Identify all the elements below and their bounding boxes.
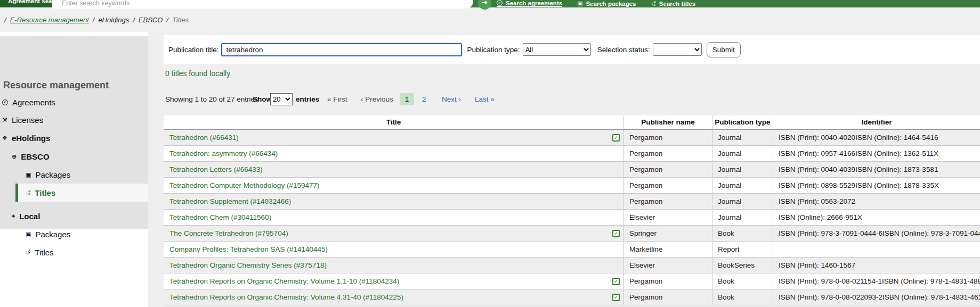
tab-search-titles[interactable]: ↓AZSearch titles [651, 0, 696, 7]
title-link[interactable]: Tetrahedron Reports on Organic Chemistry… [169, 277, 399, 285]
publication-type-cell: Report [712, 242, 773, 257]
tab-search-packages[interactable]: ▣Search packages [577, 0, 636, 7]
sidebar-item-local[interactable]: ⌖Local [0, 207, 148, 225]
breadcrumb-item-eholdings[interactable]: eHoldings [98, 16, 129, 24]
agreements-check-icon: ✓ [2, 99, 8, 105]
last-page-button[interactable]: Last » [475, 94, 495, 105]
first-page-button[interactable]: « First [327, 94, 347, 105]
package-icon: ▣ [26, 172, 31, 178]
tab-search-agreements[interactable]: ✓Search agreements [497, 0, 562, 7]
title-link[interactable]: Tetrahedron Chem (#30411560) [169, 213, 271, 221]
sort-letter-z: Z [28, 252, 30, 255]
selection-status-select[interactable] [653, 43, 702, 56]
next-page-button[interactable]: Next › [442, 94, 461, 105]
title-link[interactable]: Tetrahedron Supplement (#14032466) [169, 197, 291, 205]
publication-type-cell: Journal [712, 130, 773, 145]
identifier-cell [773, 242, 980, 257]
title-link[interactable]: Tetrahedron: asymmetry (#66434) [169, 150, 278, 157]
breadcrumb-separator: / [4, 16, 6, 24]
publication-title-input[interactable] [221, 43, 462, 56]
sidebar-item-licenses[interactable]: ⚒Licenses [0, 111, 148, 129]
identifier-cell: ISBN (Print): 0040-4020ISBN (Online): 14… [773, 130, 980, 145]
publisher-cell: Pergamon [624, 194, 712, 209]
sidebar-item-titles-5[interactable]: ↓AZTitles [15, 184, 148, 202]
publisher-cell: Pergamon [624, 162, 712, 177]
publication-title-label: Publication title: [168, 46, 219, 54]
sidebar-item-label: eHoldings [12, 134, 51, 143]
sidebar-item-agreements[interactable]: ✓Agreements [0, 93, 148, 111]
sort-letters: AZ [28, 250, 30, 255]
sort-letter-z: Z [28, 193, 30, 195]
title-link[interactable]: Tetrahedron Organic Chemistry Series (#3… [169, 261, 327, 269]
title-cell: Tetrahedron (#66431)✓ [164, 130, 624, 145]
sidebar-item-label: Packages [35, 230, 70, 239]
title-cell: Tetrahedron Supplement (#14032466) [164, 194, 624, 209]
sidebar-item-eholdings[interactable]: ❖eHoldings [0, 129, 148, 147]
breadcrumb-item-titles: Titles [172, 16, 189, 24]
local-results-message: 0 titles found locally [165, 69, 230, 78]
page-size-select[interactable]: 20 [270, 93, 293, 105]
title-cell: The Concrete Tetrahedron (#795704)✓ [164, 226, 624, 241]
title-cell: Tetrahedron Computer Methodology (#15947… [164, 178, 624, 193]
sort-titles-icon: ↓AZ [651, 1, 656, 6]
column-header-title[interactable]: Title [164, 115, 624, 129]
column-header-publisher-name[interactable]: Publisher name [624, 115, 712, 129]
title-cell: Tetrahedron Reports on Organic Chemistry… [164, 289, 624, 305]
title-link[interactable]: Tetrahedron (#66431) [169, 134, 239, 142]
sort-letters: AZ [28, 190, 30, 195]
publisher-cell: Marketline [624, 242, 712, 257]
column-header-identifier[interactable]: Identifier [773, 115, 980, 129]
sidebar-item-packages-4[interactable]: ▣Packages [0, 165, 148, 184]
top-tab-label: Search packages [586, 1, 636, 7]
breadcrumb-separator: / [93, 16, 95, 24]
publication-type-cell: Book [712, 226, 773, 241]
page-2-button[interactable]: 2 [422, 94, 426, 105]
title-link[interactable]: The Concrete Tetrahedron (#795704) [169, 229, 288, 237]
identifier-cell: ISBN (Print): 0563-2072 [773, 194, 980, 209]
publication-type-cell: Journal [712, 162, 773, 177]
breadcrumb-item-ebsco[interactable]: EBSCO [139, 16, 163, 24]
title-cell: Tetrahedron Organic Chemistry Series (#3… [164, 258, 624, 273]
sort-letter-z: Z [654, 4, 656, 6]
current-page-indicator[interactable]: 1 [400, 93, 414, 105]
titles-filter-panel: Publication title: Publication type: All… [164, 35, 980, 64]
publication-type-select[interactable]: All [523, 43, 591, 56]
keyword-search-input[interactable] [52, 0, 473, 9]
title-cell: Tetrahedron: asymmetry (#66434) [164, 146, 624, 161]
selected-checkbox-icon[interactable]: ✓ [612, 230, 620, 237]
sidebar-item-label: EBSCO [21, 152, 49, 161]
publication-type-cell: Journal [712, 210, 773, 225]
table-row: The Concrete Tetrahedron (#795704)✓Sprin… [164, 226, 980, 242]
title-link[interactable]: Company Profiles: Tetrahedron SAS (#1414… [169, 245, 328, 253]
publication-type-cell: Book [712, 289, 773, 305]
selected-checkbox-icon[interactable]: ✓ [612, 134, 620, 142]
publication-type-label: Publication type: [467, 46, 520, 54]
show-label: Show [253, 94, 272, 105]
globe-icon: ⊕ [12, 154, 17, 160]
sidebar-item-label: Local [19, 212, 40, 221]
column-header-publication-type[interactable]: Publication type [712, 115, 773, 129]
publication-type-cell: Journal [712, 178, 773, 193]
selected-checkbox-icon[interactable]: ✓ [612, 278, 620, 285]
identifier-cell: ISBN (Print): 0898-5529ISBN (Online): 18… [773, 178, 980, 193]
resource-management-sidebar: Resource management ✓Agreements⚒Licenses… [0, 36, 148, 229]
table-row: Company Profiles: Tetrahedron SAS (#1414… [164, 242, 980, 258]
identifier-cell: ISBN (Print): 978-3-7091-0444-6ISBN (Onl… [773, 226, 980, 241]
title-link[interactable]: Tetrahedron Computer Methodology (#15947… [169, 181, 319, 189]
title-link[interactable]: Tetrahedron Letters (#66433) [169, 165, 263, 173]
table-row: Tetrahedron Reports on Organic Chemistry… [164, 289, 980, 305]
table-row: Tetrahedron Reports on Organic Chemistry… [164, 273, 980, 289]
identifier-cell: ISBN (Print): 0957-4166ISBN (Online): 13… [773, 146, 980, 161]
sidebar-item-packages-7[interactable]: ▣Packages [0, 225, 148, 243]
titles-results-table: TitlePublisher namePublication typeIdent… [164, 115, 980, 305]
previous-page-button[interactable]: ‹ Previous [361, 94, 393, 105]
sort-az-icon: ↓AZ [26, 190, 30, 195]
sidebar-item-titles-8[interactable]: ↓AZTitles [0, 243, 148, 261]
top-search-tabs: ✓Search agreements▣Search packages↓AZSea… [497, 0, 695, 7]
submit-button[interactable]: Submit [707, 42, 741, 57]
eholdings-icon: ❖ [2, 135, 7, 141]
breadcrumb-item-e-resource-management[interactable]: E-Resource management [10, 16, 89, 24]
sidebar-item-ebsco[interactable]: ⊕EBSCO [0, 147, 148, 165]
title-link[interactable]: Tetrahedron Reports on Organic Chemistry… [169, 293, 403, 301]
selected-checkbox-icon[interactable]: ✓ [612, 294, 620, 301]
